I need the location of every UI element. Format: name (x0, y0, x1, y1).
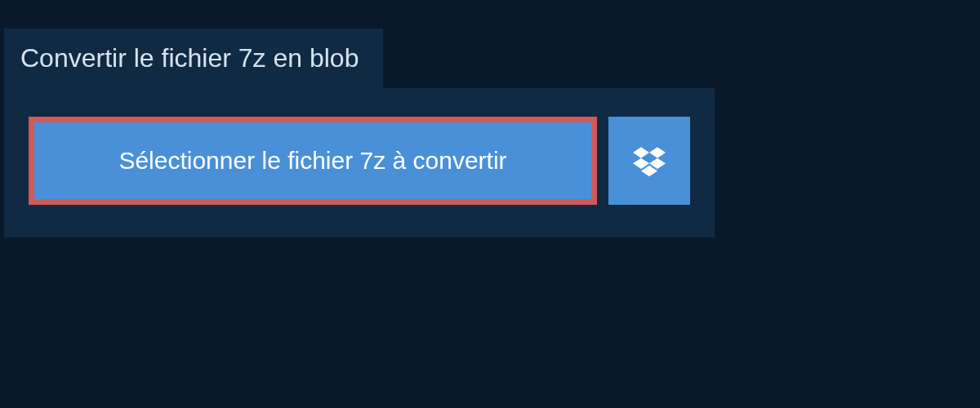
page-title-text: Convertir le fichier 7z en blob (20, 43, 359, 73)
converter-container: Convertir le fichier 7z en blob Sélectio… (0, 0, 980, 237)
page-title-tab: Convertir le fichier 7z en blob (4, 29, 383, 88)
select-file-label: Sélectionner le fichier 7z à convertir (118, 147, 506, 175)
dropbox-icon (633, 144, 666, 177)
select-file-button[interactable]: Sélectionner le fichier 7z à convertir (29, 117, 597, 205)
upload-panel: Sélectionner le fichier 7z à convertir (4, 88, 715, 237)
dropbox-button[interactable] (608, 117, 690, 205)
